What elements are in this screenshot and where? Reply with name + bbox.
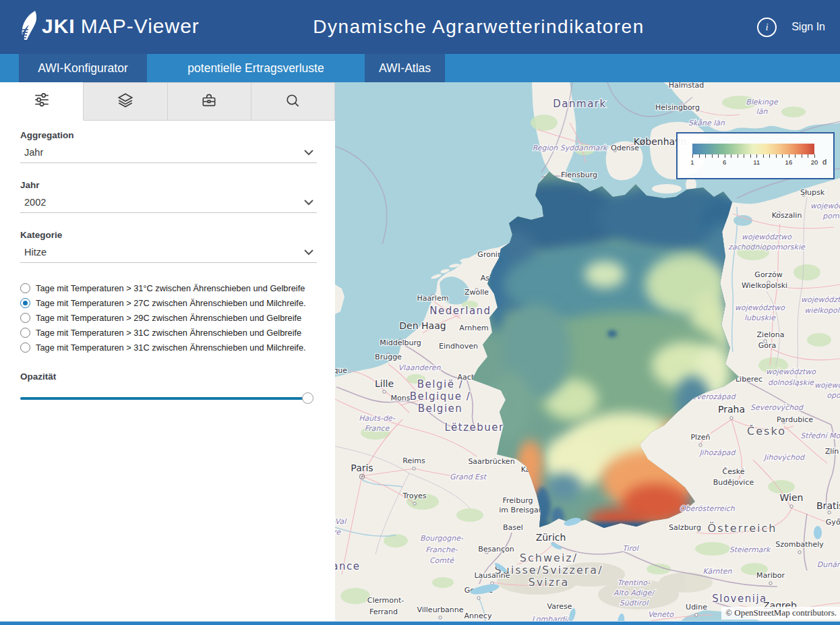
map-label: Freiburg	[503, 496, 533, 505]
city-dot	[730, 417, 733, 419]
map-label: län	[756, 107, 769, 116]
tab-search[interactable]	[251, 82, 335, 121]
map-label: Alto Adige/	[613, 589, 655, 597]
map-label: dolnośląskie	[768, 378, 814, 387]
tab-layers[interactable]	[84, 82, 167, 121]
map-label: Saarbrücken	[468, 457, 514, 466]
map-canvas[interactable]: HalmstadHelsingborgBlekingelänSkåne länD…	[335, 82, 840, 625]
jahr-select[interactable]: 2002	[20, 195, 317, 213]
map-label: Suisse/Svizzera/	[494, 564, 603, 576]
map-label: Eindhoven	[439, 342, 478, 351]
feather-logo-icon	[18, 9, 40, 43]
radio-option[interactable]: Tage mit Temperaturen > 31C zwischen Ähr…	[20, 343, 317, 353]
map-label: Győr	[826, 518, 840, 527]
radio-icon	[20, 343, 30, 353]
map-label: Middelburg	[380, 338, 421, 347]
map-label: województwo	[814, 381, 840, 390]
map-label: Clermont-	[367, 596, 404, 605]
map-label: Zlín	[825, 447, 839, 456]
map-label: Franche-	[425, 545, 458, 554]
map-label: Wielkopolski	[742, 281, 787, 290]
map-label: Annecy	[464, 612, 492, 620]
map-label: Haarlem	[417, 294, 449, 303]
main-nav: AWI-Konfigurator potentielle Ertragsverl…	[0, 54, 840, 82]
radio-option[interactable]: Tage mit Temperaturen > 31°C zwischen Äh…	[20, 283, 317, 293]
sign-in-button[interactable]: Sign In	[791, 21, 825, 33]
map-label: Besançon	[478, 545, 514, 554]
map-label: województwo	[810, 202, 840, 210]
city-dot	[439, 616, 442, 619]
map-label: Steiermark	[729, 545, 771, 554]
slider-thumb[interactable]	[302, 392, 313, 404]
map-label: Brugge	[375, 353, 402, 361]
map-label: województwo	[742, 233, 792, 241]
app-logo[interactable]: JKI MAP-Viewer	[18, 9, 200, 43]
toolbox-icon	[200, 92, 218, 112]
map-label: pomorskie	[822, 212, 840, 220]
map-label: Basel	[503, 523, 523, 532]
map-label: Bourgogne-	[420, 534, 464, 543]
map-label: Kärnten	[702, 567, 732, 576]
map-label: Pardubice	[777, 415, 813, 424]
map-label: Zürich	[536, 532, 566, 543]
map-label: France	[335, 560, 360, 572]
legend-tick-label: 20	[811, 158, 818, 166]
map-label: Slovenija	[712, 593, 767, 605]
radio-option[interactable]: Tage mit Temperaturen > 29C zwischen Ähr…	[20, 313, 317, 323]
layers-icon	[117, 92, 134, 112]
city-dot	[477, 597, 480, 599]
aggregation-select[interactable]: Jahr	[20, 145, 317, 163]
map-label: Belgien	[418, 403, 463, 415]
city-dot	[383, 390, 386, 393]
city-dot	[790, 505, 793, 508]
map-label: Helsingborg	[655, 103, 700, 112]
tab-filter-settings[interactable]	[0, 82, 84, 121]
legend-tick-label: 16	[785, 158, 793, 166]
map-label: Paris	[351, 463, 373, 473]
legend-tick-label: 11	[753, 158, 760, 166]
footer-bar	[0, 621, 840, 625]
aggregation-value: Jahr	[24, 147, 43, 158]
map-label: Dunántúl	[817, 560, 840, 569]
jahr-field: Jahr 2002	[20, 180, 317, 213]
city-dot	[828, 511, 831, 514]
tab-awi-atlas[interactable]: AWI-Atlas	[365, 54, 445, 82]
map-label: Skåne län	[688, 119, 725, 127]
map-label: Gorzów	[754, 270, 782, 279]
tab-awi-konfigurator[interactable]: AWI-Konfigurator	[19, 54, 147, 82]
map-label: województwo	[766, 367, 816, 376]
aggregation-field: Aggregation Jahr	[20, 130, 317, 163]
map-label: Česko	[747, 425, 786, 438]
map-label: Odense	[611, 144, 639, 152]
radio-icon	[20, 298, 30, 308]
map-label: Region Syddanmark	[533, 144, 608, 152]
tab-toolbox[interactable]	[168, 82, 251, 121]
radio-option[interactable]: Tage mit Temperaturen > 31C zwischen Ähr…	[20, 328, 317, 338]
search-icon	[284, 92, 301, 112]
radio-option[interactable]: Tage mit Temperaturen > 27C zwischen Ähr…	[20, 298, 317, 308]
map-label: Mons	[391, 394, 411, 403]
map-label: Villeurbanne	[417, 605, 463, 614]
tab-potentielle-ertragsverluste[interactable]: potentielle Ertragsverluste	[147, 54, 365, 82]
app-header: JKI MAP-Viewer Dynamische Agrarwetterind…	[0, 0, 840, 54]
map-label: Arnhem	[459, 324, 488, 332]
legend-tick-label: 6	[723, 158, 726, 166]
kategorie-value: Hitze	[24, 247, 47, 258]
info-icon[interactable]: i	[757, 18, 777, 37]
map-label: Góra	[758, 341, 777, 350]
map-label: Reims	[402, 456, 425, 465]
map-label: Budějovice	[713, 478, 754, 487]
opacity-slider[interactable]	[20, 392, 317, 405]
map-label: Danmark	[553, 98, 606, 110]
indicator-radio-group: Tage mit Temperaturen > 31°C zwischen Äh…	[20, 283, 317, 353]
jahr-value: 2002	[24, 197, 46, 208]
legend-tick-label: 1	[690, 158, 694, 166]
kategorie-select[interactable]: Hitze	[20, 245, 317, 263]
jahr-label: Jahr	[20, 180, 317, 190]
map-label: Liberec	[736, 375, 762, 384]
city-dot	[699, 444, 702, 446]
kategorie-label: Kategorie	[20, 230, 317, 240]
chevron-down-icon	[303, 146, 314, 158]
map-attribution[interactable]: © OpenStreetMap contributors.	[721, 607, 840, 620]
city-dot	[413, 467, 415, 470]
